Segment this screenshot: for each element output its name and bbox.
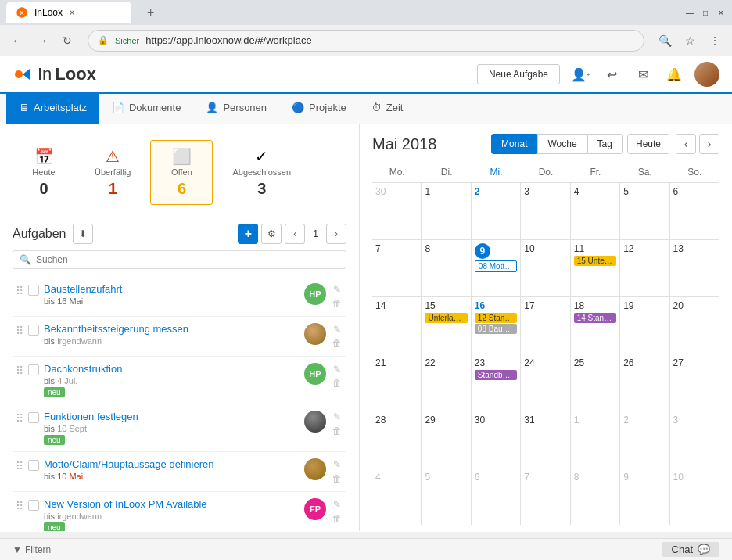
neue-aufgabe-btn[interactable]: Neue Aufgabe bbox=[477, 64, 560, 84]
search-icon[interactable]: 🔍 bbox=[654, 30, 676, 52]
edit-icon[interactable]: ✎ bbox=[331, 498, 343, 511]
address-bar[interactable]: 🔒 Sicher https://app.inlooxnow.de/#/work… bbox=[88, 30, 644, 52]
task-checkbox[interactable] bbox=[28, 460, 39, 471]
drag-handle[interactable]: ⠿ bbox=[16, 458, 23, 472]
cal-cell[interactable]: 31 bbox=[521, 411, 570, 468]
undo-icon[interactable]: ↩ bbox=[601, 63, 623, 85]
drag-handle[interactable]: ⠿ bbox=[16, 498, 23, 512]
cal-event[interactable]: 08 Baustellenzufahrt bbox=[475, 324, 517, 334]
bookmark-icon[interactable]: ☆ bbox=[679, 30, 701, 52]
cal-cell[interactable]: 14 bbox=[372, 297, 422, 354]
cal-cell[interactable]: 4 bbox=[372, 468, 422, 525]
cal-cell[interactable]: 22 bbox=[422, 354, 471, 411]
edit-icon[interactable]: ✎ bbox=[331, 458, 343, 471]
cal-cell[interactable]: 6 bbox=[670, 183, 719, 239]
task-name[interactable]: Funktionen festlegen bbox=[44, 411, 300, 422]
summary-card-offen[interactable]: ⬜ Offen 6 bbox=[150, 140, 213, 205]
cal-cell[interactable]: 3 bbox=[521, 183, 570, 239]
woche-view-btn[interactable]: Woche bbox=[537, 134, 587, 154]
edit-icon[interactable]: ✎ bbox=[331, 411, 343, 423]
cal-cell[interactable]: 29 bbox=[422, 411, 471, 468]
cal-cell[interactable]: 25 bbox=[571, 354, 620, 411]
cal-cell[interactable]: 27 bbox=[670, 354, 719, 411]
cal-cell[interactable]: 1 bbox=[422, 183, 471, 239]
person-add-icon[interactable]: 👤+ bbox=[569, 63, 591, 85]
tasks-next-btn[interactable]: › bbox=[326, 224, 346, 244]
delete-icon[interactable]: 🗑 bbox=[331, 512, 343, 525]
filter-button[interactable]: ▼ Filtern bbox=[13, 544, 51, 555]
summary-card-abgeschlossen[interactable]: ✓ Abgeschlossen 3 bbox=[219, 140, 304, 205]
cal-event[interactable]: 08 Motto/Claim/Hauptaussage defini bbox=[475, 260, 517, 272]
bell-icon[interactable]: 🔔 bbox=[663, 63, 685, 85]
delete-icon[interactable]: 🗑 bbox=[331, 377, 343, 389]
task-name[interactable]: Bekanntheitssteigerung messen bbox=[44, 323, 300, 335]
cal-cell[interactable]: 9 08 Motto/Claim/Hauptaussage defini bbox=[472, 240, 521, 296]
cal-cell[interactable]: 30 bbox=[372, 183, 422, 239]
prev-month-btn[interactable]: ‹ bbox=[676, 134, 696, 154]
cal-cell[interactable]: 12 bbox=[620, 240, 669, 296]
tab-zeit[interactable]: ⏱ Zeit bbox=[359, 94, 416, 124]
delete-icon[interactable]: 🗑 bbox=[331, 425, 343, 437]
delete-icon[interactable]: 🗑 bbox=[331, 297, 343, 310]
tab-dokumente[interactable]: 📄 Dokumente bbox=[99, 94, 193, 124]
task-checkbox[interactable] bbox=[28, 500, 39, 511]
cal-cell[interactable]: 13 bbox=[670, 240, 719, 296]
forward-btn[interactable]: → bbox=[31, 30, 53, 52]
mail-icon[interactable]: ✉ bbox=[632, 63, 654, 85]
cal-cell[interactable]: 9 bbox=[620, 468, 669, 525]
tab-close-btn[interactable]: × bbox=[69, 6, 75, 19]
cal-cell[interactable]: 17 bbox=[521, 297, 570, 354]
cal-cell[interactable]: 26 bbox=[620, 354, 669, 411]
tab-projekte[interactable]: 🔵 Projekte bbox=[279, 94, 359, 124]
cal-event[interactable]: 15 Unterlagen sichten bbox=[574, 256, 616, 266]
new-tab-btn[interactable]: + bbox=[138, 1, 163, 24]
cal-cell[interactable]: 7 bbox=[372, 240, 422, 296]
user-avatar[interactable] bbox=[694, 62, 719, 87]
cal-cell[interactable]: 30 bbox=[472, 411, 521, 468]
cal-event[interactable]: 12 Standfli bbox=[475, 313, 517, 323]
add-task-btn[interactable]: + bbox=[238, 224, 258, 244]
cal-cell[interactable]: 15 Unterlagen sichten bbox=[422, 297, 471, 354]
task-name[interactable]: New Version of InLoox PM Available bbox=[44, 498, 300, 510]
cal-cell[interactable]: 3 bbox=[670, 411, 719, 468]
task-name[interactable]: Dachkonstruktion bbox=[44, 363, 300, 375]
cal-cell[interactable]: 5 bbox=[620, 183, 669, 239]
drag-handle[interactable]: ⠿ bbox=[16, 411, 23, 425]
cal-event[interactable]: 14 Standbauer auswählen bbox=[574, 313, 616, 323]
close-btn[interactable]: × bbox=[716, 8, 726, 17]
minimize-btn[interactable]: — bbox=[685, 8, 694, 17]
cal-cell[interactable]: 18 14 Standbauer auswählen bbox=[571, 297, 620, 354]
summary-card-heute[interactable]: 📅 Heute 0 bbox=[13, 140, 75, 205]
drag-handle[interactable]: ⠿ bbox=[16, 323, 23, 337]
task-name[interactable]: Motto/Claim/Hauptaussage definieren bbox=[44, 458, 300, 470]
browser-tab[interactable]: X InLoox × bbox=[6, 2, 131, 23]
task-name[interactable]: Baustellenzufahrt bbox=[44, 283, 300, 295]
edit-icon[interactable]: ✎ bbox=[331, 283, 343, 296]
edit-icon[interactable]: ✎ bbox=[331, 323, 343, 336]
back-btn[interactable]: ← bbox=[6, 30, 28, 52]
cal-cell[interactable]: 6 bbox=[472, 468, 521, 525]
task-checkbox[interactable] bbox=[28, 285, 39, 296]
cal-cell[interactable]: 2 bbox=[472, 183, 521, 239]
drag-handle[interactable]: ⠿ bbox=[16, 283, 23, 297]
cal-cell[interactable]: 10 bbox=[670, 468, 719, 525]
task-checkbox[interactable] bbox=[28, 325, 39, 336]
chat-button[interactable]: Chat 💬 bbox=[662, 542, 719, 557]
cal-cell[interactable]: 10 bbox=[521, 240, 570, 296]
cal-cell[interactable]: 4 bbox=[571, 183, 620, 239]
tag-view-btn[interactable]: Tag bbox=[587, 134, 623, 154]
tab-personen[interactable]: 👤 Personen bbox=[193, 94, 279, 124]
cal-cell[interactable]: 7 bbox=[521, 468, 570, 525]
cal-cell[interactable]: 28 bbox=[372, 411, 422, 468]
cal-cell[interactable]: 21 bbox=[372, 354, 422, 411]
cal-cell[interactable]: 8 bbox=[422, 240, 471, 296]
monat-view-btn[interactable]: Monat bbox=[491, 134, 537, 154]
cal-cell[interactable]: 11 15 Unterlagen sichten bbox=[571, 240, 620, 296]
refresh-btn[interactable]: ↻ bbox=[56, 30, 78, 52]
cal-cell[interactable]: 8 bbox=[571, 468, 620, 525]
delete-icon[interactable]: 🗑 bbox=[331, 337, 343, 350]
maximize-btn[interactable]: □ bbox=[701, 8, 710, 17]
cal-event[interactable]: Standbauer auswählen bbox=[475, 370, 517, 380]
search-input[interactable] bbox=[36, 254, 339, 265]
tasks-prev-btn[interactable]: ‹ bbox=[285, 224, 305, 244]
